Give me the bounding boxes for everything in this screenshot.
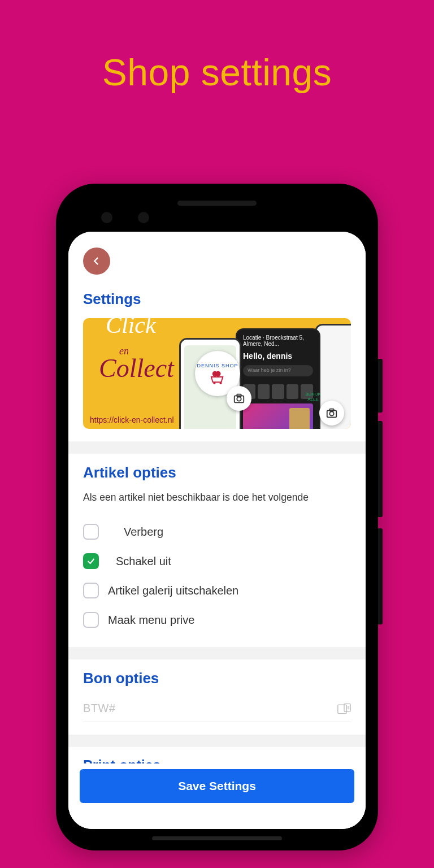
change-logo-button[interactable] [227,386,251,411]
shop-banner[interactable]: Click en Collect https://click-en-collec… [83,318,351,429]
settings-header-card: Settings Click en Collect https://click-… [68,232,366,441]
save-bar: Save Settings [68,763,366,829]
svg-point-8 [329,411,333,415]
svg-text:$: $ [347,705,350,710]
settings-heading: Settings [83,290,351,308]
mock-phone-center: Locatie · Broeckstraat 5, Almere, Ned...… [236,328,320,429]
phone-side-button [378,359,383,413]
svg-rect-10 [338,705,346,713]
btw-input[interactable]: BTW# $ [83,697,351,722]
phone-home-indicator [152,836,282,840]
mock-feature-tile [243,403,313,429]
phone-screen: Settings Click en Collect https://click-… [68,232,366,829]
checkbox[interactable] [83,524,99,540]
change-banner-button[interactable] [319,401,344,426]
option-menu-prive[interactable]: Maak menu prive [83,605,351,635]
shop-logo-text: DENNIS SHOP [197,363,238,368]
shopping-cart-icon [209,370,226,384]
checkbox[interactable] [83,612,99,628]
banner-word-click: Click [106,318,156,338]
option-galerij-uitschakelen[interactable]: Artikel galerij uitschakelen [83,576,351,605]
banner-url: https://click-en-collect.nl [90,415,174,424]
artikel-opties-card: Artikel opties Als een artikel niet besc… [68,454,366,647]
bon-opties-card: Bon opties BTW# $ [68,659,366,735]
svg-point-1 [215,371,220,376]
mock-location-bar: Locatie · Broeckstraat 5, Almere, Ned... [237,330,319,351]
option-label: Verberg [124,526,163,539]
mock-cta: BEKIJKALLE [302,392,324,402]
page-title: Shop settings [0,0,434,94]
chevron-left-icon [92,256,102,266]
receipt-icon: $ [337,703,351,714]
option-verberg[interactable]: Verberg [83,517,351,546]
phone-side-button [378,528,383,624]
artikel-opties-subtext: Als een artikel niet beschikbaar is doe … [83,492,351,504]
save-settings-button[interactable]: Save Settings [80,769,354,803]
phone-side-button [378,421,383,517]
checkbox-checked[interactable] [83,553,99,569]
option-schakel-uit[interactable]: Schakel uit [83,546,351,576]
svg-point-5 [237,397,241,401]
scroll-content[interactable]: Settings Click en Collect https://click-… [68,232,366,829]
next-section-peek: Print opties [68,747,366,765]
phone-camera [101,212,112,223]
mock-search-bar: Waar heb je zin in? [243,365,313,376]
phone-camera [138,212,149,223]
artikel-opties-heading: Artikel opties [83,464,351,481]
phone-frame: Settings Click en Collect https://click-… [56,184,378,850]
option-label: Schakel uit [116,555,171,568]
svg-point-3 [220,382,222,384]
back-button[interactable] [83,248,110,275]
btw-placeholder: BTW# [83,702,337,715]
banner-word-collect: Collect [99,353,174,383]
checkbox[interactable] [83,583,99,598]
camera-icon [233,392,245,405]
bon-opties-heading: Bon opties [83,670,351,687]
option-label: Artikel galerij uitschakelen [108,584,238,597]
check-icon [86,557,96,566]
phone-speaker [177,201,257,206]
option-label: Maak menu prive [108,614,194,627]
camera-icon [326,407,338,419]
svg-point-2 [214,382,216,384]
mock-hello-text: Hello, dennis [237,351,319,361]
